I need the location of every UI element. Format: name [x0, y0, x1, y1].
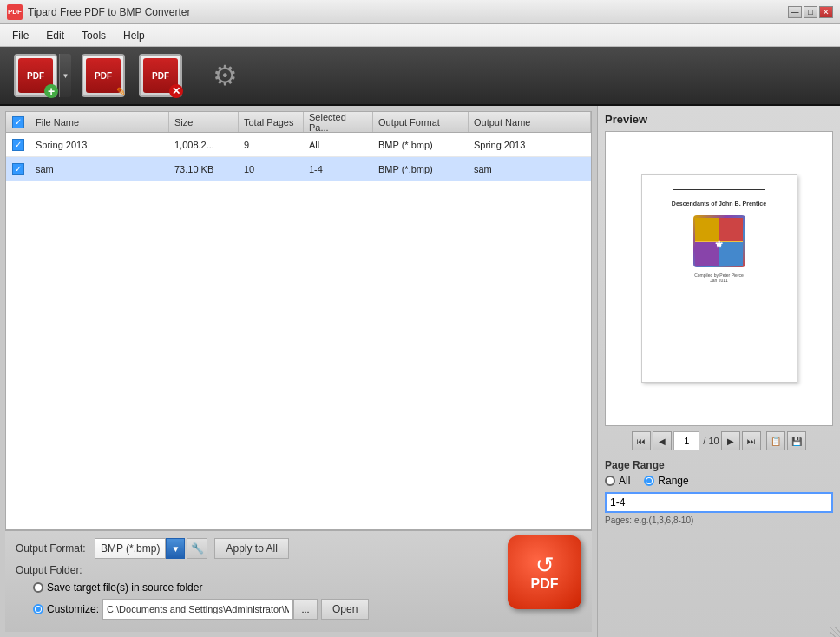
titlebar: PDF Tipard Free PDF to BMP Converter — □… — [0, 0, 840, 24]
browse-button[interactable]: ... — [293, 599, 318, 620]
convert-arrow-icon: ↺ — [535, 554, 555, 576]
row1-selected-pages: All — [304, 133, 373, 156]
add-pdf-dropdown[interactable]: ▼ — [59, 54, 71, 97]
output-folder-label: Output Folder: — [16, 564, 89, 576]
doc-bottom-line — [679, 371, 758, 371]
preview-title: Preview — [605, 113, 833, 126]
add-pdf-button[interactable]: PDF + — [10, 50, 59, 101]
minimize-button[interactable]: — — [788, 6, 802, 18]
page-number-input[interactable] — [673, 431, 699, 450]
first-page-button[interactable]: ⏮ — [632, 431, 651, 450]
toolbar: PDF + ▼ PDF ✎ PDF ✕ ⚙ — [0, 47, 840, 106]
menubar: File Edit Tools Help — [0, 24, 840, 47]
doc-top-line — [673, 189, 766, 190]
page-range-title: Page Range — [605, 459, 833, 471]
row2-filename: sam — [30, 157, 169, 181]
header-total-pages: Total Pages — [239, 112, 304, 132]
path-input[interactable] — [102, 599, 293, 620]
row2-selected-pages: 1-4 — [304, 157, 373, 181]
menu-edit[interactable]: Edit — [37, 27, 73, 44]
range-radio[interactable] — [644, 476, 654, 486]
row1-output-name: Spring 2013 — [469, 133, 591, 156]
last-page-button[interactable]: ⏭ — [742, 431, 761, 450]
row1-checkbox[interactable] — [12, 139, 24, 151]
save-source-radio[interactable] — [33, 582, 43, 593]
range-options: All Range — [605, 475, 833, 487]
customize-radio-label[interactable]: Customize: — [33, 603, 99, 615]
close-button[interactable]: ✕ — [819, 6, 833, 18]
row2-output-format: BMP (*.bmp) — [373, 157, 469, 181]
output-format-label: Output Format: — [16, 542, 89, 555]
svg-rect-1 — [695, 218, 719, 241]
bottom-panel: Output Format: BMP (*.bmp) ▼ 🔧 Apply to … — [5, 530, 592, 632]
file-area: File Name Size Total Pages Selected Pa..… — [0, 106, 597, 637]
header-selected-pages: Selected Pa... — [304, 112, 373, 132]
preview-controls: ⏮ ◀ / 10 ▶ ⏭ 📋 💾 — [605, 431, 833, 450]
menu-file[interactable]: File — [3, 27, 37, 44]
range-hint: Pages: e.g.(1,3,6,8-10) — [605, 516, 833, 525]
output-format-select[interactable]: BMP (*.bmp) — [95, 538, 166, 559]
row2-total-pages: 10 — [239, 157, 304, 181]
customize-radio[interactable] — [33, 604, 43, 614]
convert-pdf-label: PDF — [531, 576, 559, 592]
window-controls: — □ ✕ — [788, 6, 833, 18]
preview-image: Descendants of John B. Prentice ⚜ Compil… — [605, 131, 833, 426]
edit-pdf-button[interactable]: PDF ✎ — [78, 50, 128, 101]
page-total: / 10 — [703, 436, 719, 446]
table-row[interactable]: Spring 2013 1,008.2... 9 All BMP (*.bmp)… — [6, 133, 591, 157]
next-page-button[interactable]: ▶ — [721, 431, 740, 450]
save-preview-button[interactable]: 💾 — [787, 431, 806, 450]
apply-to-all-button[interactable]: Apply to All — [214, 538, 288, 559]
row2-output-name: sam — [469, 157, 591, 181]
convert-button[interactable]: ↺ PDF — [508, 535, 581, 609]
select-all-checkbox[interactable] — [12, 116, 24, 128]
open-folder-button[interactable]: Open — [321, 599, 369, 620]
format-settings-button[interactable]: 🔧 — [187, 538, 207, 559]
svg-text:⚜: ⚜ — [714, 239, 724, 251]
doc-preview: Descendants of John B. Prentice ⚜ Compil… — [641, 174, 797, 383]
header-filename: File Name — [30, 112, 169, 132]
save-source-radio-label[interactable]: Save target file(s) in source folder — [33, 581, 202, 594]
file-table: File Name Size Total Pages Selected Pa..… — [5, 111, 592, 530]
row1-total-pages: 9 — [239, 133, 304, 156]
settings-button[interactable]: ⚙ — [200, 50, 250, 101]
customize-row: Customize: ... Open — [33, 599, 581, 620]
svg-rect-3 — [719, 218, 743, 241]
row1-filename: Spring 2013 — [30, 133, 169, 156]
doc-crest-icon: ⚜ — [693, 215, 745, 267]
range-input[interactable] — [605, 492, 833, 513]
doc-subtitle: Compiled by Peter PierceJan 2011 — [694, 273, 744, 283]
prev-page-button[interactable]: ◀ — [653, 431, 672, 450]
page-range-section: Page Range All Range Pages: e.g.(1,3,6,8… — [605, 459, 833, 525]
table-row[interactable]: sam 73.10 KB 10 1-4 BMP (*.bmp) sam — [6, 157, 591, 181]
all-radio-label[interactable]: All — [605, 475, 630, 487]
app-icon: PDF — [7, 4, 23, 20]
add-pdf-group: PDF + ▼ — [10, 50, 71, 101]
preview-panel: Preview Descendants of John B. Prentice … — [597, 106, 840, 637]
range-radio-label[interactable]: Range — [644, 475, 688, 487]
copy-button[interactable]: 📋 — [766, 431, 785, 450]
row1-check — [6, 133, 30, 156]
resize-handle[interactable] — [830, 627, 840, 637]
output-folder-row: Output Folder: — [16, 564, 581, 576]
row2-checkbox[interactable] — [12, 163, 24, 175]
table-header: File Name Size Total Pages Selected Pa..… — [6, 112, 591, 133]
header-size: Size — [169, 112, 239, 132]
save-source-row: Save target file(s) in source folder — [33, 581, 581, 594]
row1-output-format: BMP (*.bmp) — [373, 133, 469, 156]
doc-title: Descendants of John B. Prentice — [672, 200, 766, 207]
row1-size: 1,008.2... — [169, 133, 239, 156]
main-area: File Name Size Total Pages Selected Pa..… — [0, 106, 840, 637]
menu-help[interactable]: Help — [115, 27, 154, 44]
header-output-format: Output Format — [373, 112, 469, 132]
gear-icon: ⚙ — [203, 54, 246, 97]
all-radio[interactable] — [605, 476, 615, 486]
row2-check — [6, 157, 30, 181]
maximize-button[interactable]: □ — [804, 6, 817, 18]
output-format-dropdown[interactable]: ▼ — [166, 538, 185, 559]
header-check — [6, 112, 30, 132]
remove-pdf-button[interactable]: PDF ✕ — [135, 50, 186, 101]
header-output-name: Output Name — [469, 112, 591, 132]
menu-tools[interactable]: Tools — [73, 27, 115, 44]
output-format-row: Output Format: BMP (*.bmp) ▼ 🔧 Apply to … — [16, 538, 581, 559]
